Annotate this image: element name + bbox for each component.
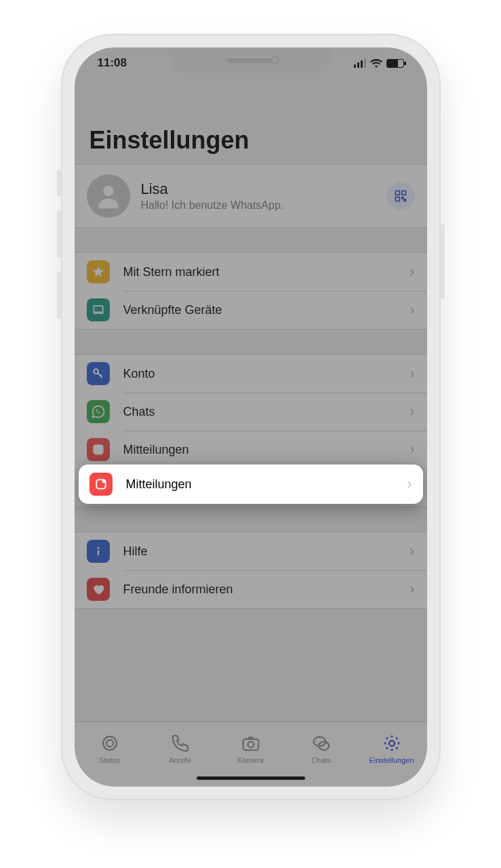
tab-label: Kamera <box>237 756 264 764</box>
svg-rect-7 <box>92 313 104 314</box>
profile-text: Lisa Hallo! Ich benutze WhatsApp. <box>141 180 386 212</box>
front-camera <box>271 56 279 64</box>
tab-calls[interactable]: Anrufe <box>145 722 216 774</box>
settings-group: Mit Stern markiert›Verknüpfte Geräte› <box>75 252 427 330</box>
tab-label: Anrufe <box>169 756 191 764</box>
settings-row-notifications-highlight[interactable]: Mitteilungen › <box>79 465 423 504</box>
tab-camera[interactable]: Kamera <box>216 722 286 774</box>
svg-rect-15 <box>243 738 258 749</box>
profile-name: Lisa <box>141 180 386 198</box>
home-indicator <box>197 776 305 780</box>
info-icon <box>87 540 110 563</box>
svg-point-21 <box>102 479 105 483</box>
chevron-right-icon: › <box>409 365 414 382</box>
chevron-right-icon: › <box>409 542 414 560</box>
svg-rect-2 <box>401 191 405 195</box>
chevron-right-icon: › <box>407 475 412 493</box>
cellular-icon <box>354 58 366 68</box>
chevron-right-icon: › <box>409 301 414 319</box>
settings-row-account[interactable]: Konto› <box>75 355 427 393</box>
tab-label: Status <box>99 756 120 764</box>
chevron-right-icon: › <box>409 441 414 458</box>
svg-rect-4 <box>401 197 403 199</box>
row-label: Chats <box>123 405 410 419</box>
svg-point-19 <box>389 741 395 746</box>
svg-rect-5 <box>404 199 406 201</box>
settings-row-linked[interactable]: Verknüpfte Geräte› <box>75 291 427 329</box>
wifi-icon <box>370 58 382 68</box>
content: Einstellungen Lisa Hallo! Ich benutze Wh… <box>75 79 427 787</box>
svg-rect-11 <box>97 550 98 555</box>
settings-row-chats[interactable]: Chats› <box>75 393 427 431</box>
notification-icon <box>87 438 110 461</box>
svg-point-14 <box>106 740 113 747</box>
settings-row-notifications[interactable]: Mitteilungen› <box>75 431 427 469</box>
status-icons <box>354 58 404 68</box>
svg-point-12 <box>97 547 99 549</box>
screen: 11:08 Einstellungen Lisa Hallo! Ich benu… <box>75 47 427 787</box>
svg-rect-3 <box>395 197 399 201</box>
row-label: Verknüpfte Geräte <box>123 303 410 317</box>
qr-icon <box>394 189 407 203</box>
svg-point-13 <box>103 736 117 750</box>
svg-point-16 <box>247 741 254 747</box>
profile-subtitle: Hallo! Ich benutze WhatsApp. <box>141 199 386 212</box>
qr-button[interactable] <box>386 182 415 210</box>
svg-rect-1 <box>395 191 399 195</box>
profile-group: Lisa Hallo! Ich benutze WhatsApp. <box>75 164 427 228</box>
row-label: Mit Stern markiert <box>123 265 410 279</box>
key-icon <box>87 362 110 385</box>
svg-point-0 <box>103 186 113 196</box>
page-title: Einstellungen <box>75 126 427 164</box>
chevron-right-icon: › <box>409 403 414 420</box>
svg-point-10 <box>99 445 102 448</box>
chevron-right-icon: › <box>409 263 414 281</box>
notification-icon <box>89 473 113 496</box>
tab-settings[interactable]: Einstellungen <box>357 722 427 774</box>
status-time: 11:08 <box>98 56 127 70</box>
avatar <box>87 174 130 218</box>
row-label: Mitteilungen <box>126 477 407 492</box>
battery-icon <box>386 59 404 68</box>
speaker <box>227 58 275 63</box>
tab-chatsTab[interactable]: Chats <box>286 722 357 774</box>
whatsapp-icon <box>87 400 110 423</box>
side-button <box>57 170 61 197</box>
svg-point-8 <box>94 369 98 374</box>
row-label: Hilfe <box>123 545 410 559</box>
row-label: Mitteilungen <box>123 443 410 457</box>
row-label: Konto <box>123 367 410 381</box>
star-icon <box>87 260 110 283</box>
profile-row[interactable]: Lisa Hallo! Ich benutze WhatsApp. <box>75 165 427 227</box>
row-label: Freunde informieren <box>123 583 410 597</box>
settings-row-tell[interactable]: Freunde informieren› <box>75 570 427 608</box>
tab-label: Chats <box>311 756 331 764</box>
settings-row-help[interactable]: Hilfe› <box>75 532 427 570</box>
heart-icon <box>87 578 110 601</box>
laptop-icon <box>87 298 110 321</box>
notch <box>169 47 332 73</box>
phone-frame: 11:08 Einstellungen Lisa Hallo! Ich benu… <box>61 34 441 800</box>
tab-status[interactable]: Status <box>75 722 145 774</box>
chevron-right-icon: › <box>409 580 414 598</box>
settings-group: Hilfe›Freunde informieren› <box>75 532 427 609</box>
tab-label: Einstellungen <box>369 756 414 764</box>
power-button <box>441 224 445 298</box>
volume-up-button <box>57 210 61 258</box>
svg-rect-6 <box>94 306 102 312</box>
volume-down-button <box>57 271 61 319</box>
settings-row-starred[interactable]: Mit Stern markiert› <box>75 253 427 291</box>
